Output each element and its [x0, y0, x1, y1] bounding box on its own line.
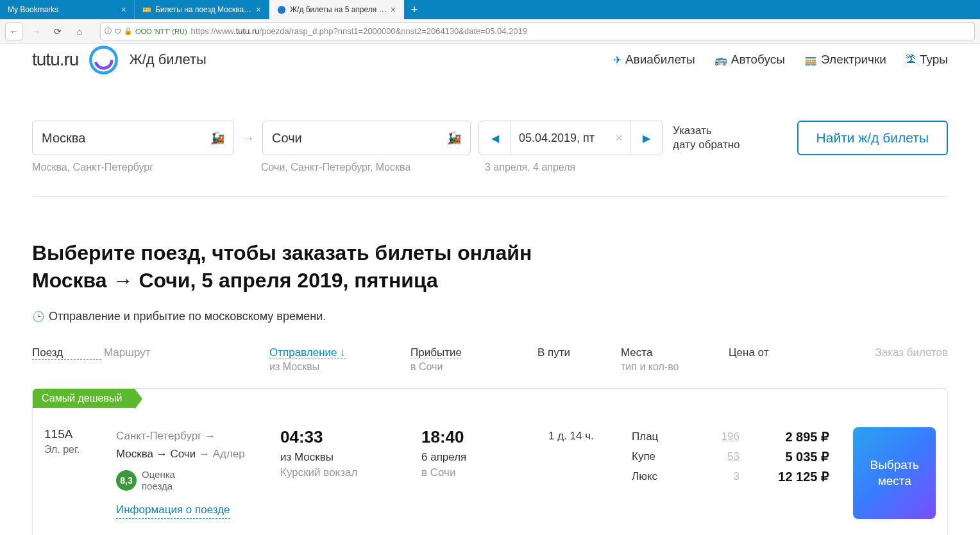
url-text: https://www.tutu.ru/poezda/rasp_d.php?nn… [191, 26, 970, 36]
train-icon: 🚂 [447, 131, 461, 145]
from-hints[interactable]: Москва, Санкт-Петербург [32, 162, 242, 173]
col-departure[interactable]: Отправление ↓ из Москвы [269, 346, 410, 373]
arrow-right-icon: → [242, 131, 255, 146]
clear-icon[interactable]: × [615, 132, 622, 145]
train-icon: 🚃 [804, 54, 817, 66]
tab-title: Ж/д билеты на 5 апреля Мос... [290, 5, 387, 14]
search-button[interactable]: Найти ж/д билеты [797, 121, 948, 155]
date-input[interactable]: 05.04.2019, пт × [511, 121, 630, 155]
select-seats-button[interactable]: Выбрать места [853, 427, 936, 519]
divider [32, 196, 948, 197]
nav-bus[interactable]: 🚌Автобусы [714, 53, 785, 67]
favicon-icon: 🔵 [277, 5, 286, 14]
train-number-block: 115А Эл. рег. [44, 427, 116, 519]
close-icon[interactable]: × [256, 4, 261, 15]
cheapest-badge: Самый дешевый [33, 389, 135, 408]
col-train[interactable]: Поезд [32, 346, 101, 360]
tab-title: Билеты на поезд Москва Бол... [155, 5, 252, 14]
arr-time: 18:40 [421, 427, 548, 447]
train-icon: 🚂 [210, 131, 224, 145]
col-seats: Места тип и кол-во [621, 346, 729, 373]
col-order: Заказ билетов [818, 346, 948, 373]
top-nav: ✈Авиабилеты 🚌Автобусы 🚃Электрички 🏝Туры [613, 53, 948, 67]
nav-tours[interactable]: 🏝Туры [906, 53, 948, 67]
logo[interactable]: tutu.ru [32, 49, 78, 70]
back-button[interactable]: ← [5, 22, 23, 40]
col-arrival[interactable]: Прибытие в Сочи [410, 346, 537, 373]
return-date-link[interactable]: Указать дату обратно [673, 124, 740, 152]
results-header: Поезд Маршрут Отправление ↓ из Москвы Пр… [32, 346, 948, 373]
duration: 1 д. 14 ч. [548, 427, 632, 519]
seat-types: Плац Купе Люкс [632, 427, 702, 519]
browser-tab-bar: My Bookmarks × 🎫 Билеты на поезд Москва … [0, 0, 980, 19]
seat-counts: 196 53 3 [702, 427, 739, 519]
site-header: tutu.ru Ж/д билеты ✈Авиабилеты 🚌Автобусы… [32, 44, 948, 76]
arrival-block: 18:40 6 апреля в Сочи [421, 427, 548, 519]
train-number: 115А [44, 427, 116, 441]
date-value: 05.04.2019, пт [519, 132, 595, 145]
to-input[interactable]: Сочи 🚂 [262, 121, 471, 155]
departure-block: 04:33 из Москвы Курский вокзал [280, 427, 421, 519]
browser-tab[interactable]: 🎫 Билеты на поезд Москва Бол... × [135, 0, 269, 19]
timezone-note: 🕒 Отправление и прибытие по московскому … [32, 310, 948, 323]
rating-badge: 8,3 [116, 470, 137, 491]
lock-icon: 🔒 [124, 27, 133, 35]
search-form: Москва 🚂 → Сочи 🚂 ◀ 05.04.2019, пт × ▶ У… [32, 121, 948, 155]
nav-avia[interactable]: ✈Авиабилеты [613, 53, 695, 67]
search-hints: Москва, Санкт-Петербург Сочи, Санкт-Пете… [32, 162, 948, 173]
to-value: Сочи [272, 131, 447, 146]
dep-from: из Москвы [280, 451, 421, 464]
new-tab-button[interactable]: + [404, 0, 425, 19]
svg-point-1 [96, 51, 112, 68]
browser-tab[interactable]: My Bookmarks × [0, 0, 135, 19]
date-picker: ◀ 05.04.2019, пт × ▶ [478, 121, 663, 155]
forward-button[interactable]: → [27, 22, 45, 40]
nav-train[interactable]: 🚃Электрички [804, 53, 886, 67]
security-label: ООО 'NTT' (RU) [135, 28, 187, 35]
dep-time: 04:33 [280, 427, 421, 447]
from-value: Москва [42, 131, 210, 146]
favicon-icon: 🎫 [142, 5, 151, 14]
to-hints[interactable]: Сочи, Санкт-Петербург, Москва [261, 162, 477, 173]
logo-swirl-icon [86, 42, 121, 78]
arr-date: 6 апреля [421, 451, 548, 464]
train-route: Санкт-Петербург → Москва → Сочи → Адлер … [116, 427, 280, 519]
url-bar[interactable]: ⓘ 🛡 🔒 ООО 'NTT' (RU) https://www.tutu.ru… [100, 22, 975, 40]
bus-icon: 🚌 [714, 54, 727, 66]
section-title: Ж/д билеты [129, 51, 207, 68]
tab-title: My Bookmarks [8, 5, 117, 14]
rating-label: Оценка поезда [142, 469, 175, 492]
home-button[interactable]: ⌂ [71, 22, 89, 40]
col-price: Цена от [729, 346, 818, 373]
info-icon: ⓘ [105, 26, 112, 36]
train-ereg: Эл. рег. [44, 444, 116, 455]
security-indicator[interactable]: ⓘ 🛡 🔒 ООО 'NTT' (RU) [105, 26, 191, 36]
page-heading: Выберите поезд, чтобы заказать билеты он… [32, 239, 948, 294]
prices: 2 895 ₽ 5 035 ₽ 12 125 ₽ [739, 427, 829, 519]
date-next-button[interactable]: ▶ [630, 121, 662, 155]
browser-nav-bar: ← → ⟳ ⌂ ⓘ 🛡 🔒 ООО 'NTT' (RU) https://www… [0, 19, 980, 44]
date-hints[interactable]: 3 апреля, 4 апреля [485, 162, 575, 173]
dep-station: Курский вокзал [280, 466, 421, 479]
palm-icon: 🏝 [906, 54, 916, 65]
train-card: Самый дешевый 115А Эл. рег. Санкт-Петерб… [32, 388, 948, 535]
arr-to: в Сочи [421, 466, 548, 479]
reload-button[interactable]: ⟳ [49, 22, 67, 40]
shield-icon: 🛡 [114, 28, 121, 35]
close-icon[interactable]: × [391, 4, 396, 15]
col-duration: В пути [537, 346, 621, 373]
clock-icon: 🕒 [32, 310, 45, 323]
close-icon[interactable]: × [121, 4, 126, 15]
col-route: Маршрут [104, 346, 269, 373]
from-input[interactable]: Москва 🚂 [32, 121, 234, 155]
date-prev-button[interactable]: ◀ [479, 121, 511, 155]
train-info-link[interactable]: Информация о поезде [116, 501, 230, 519]
plane-icon: ✈ [613, 54, 621, 66]
browser-tab-active[interactable]: 🔵 Ж/д билеты на 5 апреля Мос... × [269, 0, 404, 19]
